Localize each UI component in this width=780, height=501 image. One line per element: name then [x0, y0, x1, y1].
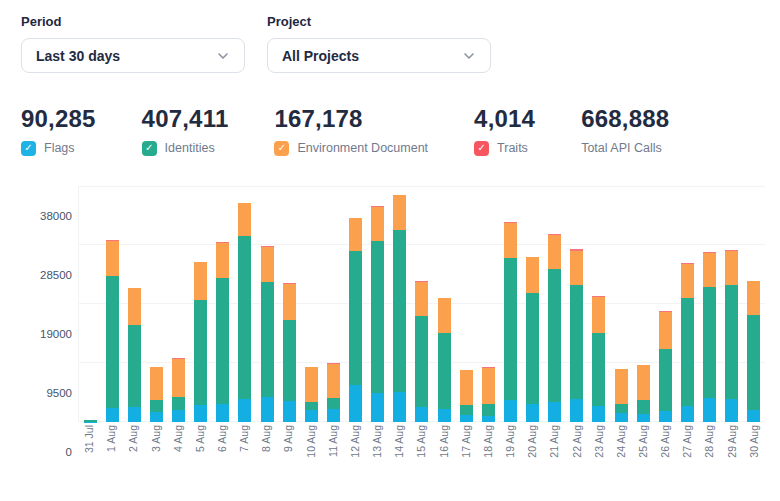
- segment-flags: [592, 406, 605, 422]
- stacked-bar-7-aug[interactable]: [238, 203, 251, 423]
- bars-layer: [79, 186, 765, 422]
- period-dropdown[interactable]: Last 30 days: [21, 38, 245, 73]
- checkbox-checked-icon[interactable]: ✓: [142, 141, 157, 156]
- x-tick-label: 9 Aug: [282, 425, 294, 479]
- stacked-bar-25-aug[interactable]: [637, 365, 650, 422]
- stacked-bar-21-aug[interactable]: [548, 234, 561, 422]
- x-tick: 12 Aug: [344, 422, 366, 480]
- segment-environment-document: [261, 247, 274, 282]
- bar-slot: [455, 186, 477, 422]
- segment-identities: [482, 404, 495, 416]
- stat-label: Total API Calls: [581, 141, 662, 155]
- x-tick: 3 Aug: [144, 422, 166, 480]
- stacked-bar-15-aug[interactable]: [415, 281, 428, 422]
- stacked-bar-27-aug[interactable]: [681, 263, 694, 422]
- segment-identities: [460, 405, 473, 415]
- stacked-bar-13-aug[interactable]: [371, 206, 384, 422]
- stacked-bar-1-aug[interactable]: [106, 240, 119, 422]
- x-tick-label: 25 Aug: [637, 425, 649, 479]
- segment-flags: [194, 405, 207, 422]
- stacked-bar-28-aug[interactable]: [703, 252, 716, 422]
- segment-identities: [216, 278, 229, 404]
- segment-environment-document: [283, 284, 296, 321]
- segment-identities: [238, 236, 251, 399]
- bar-slot: [145, 186, 167, 422]
- segment-identities: [261, 282, 274, 398]
- segment-environment-document: [504, 223, 517, 258]
- bar-slot: [411, 186, 433, 422]
- plot-column: 31 Jul1 Aug2 Aug3 Aug4 Aug5 Aug6 Aug7 Au…: [78, 186, 765, 480]
- segment-identities: [681, 298, 694, 407]
- segment-identities: [747, 315, 760, 410]
- stacked-bar-18-aug[interactable]: [482, 367, 495, 422]
- x-tick: 21 Aug: [543, 422, 565, 480]
- x-tick-label: 13 Aug: [371, 425, 383, 479]
- bar-slot: [654, 186, 676, 422]
- stacked-bar-3-aug[interactable]: [150, 367, 163, 422]
- segment-environment-document: [570, 251, 583, 285]
- stacked-bar-30-aug[interactable]: [747, 281, 760, 422]
- segment-flags: [327, 409, 340, 422]
- stacked-bar-17-aug[interactable]: [460, 370, 473, 422]
- stacked-bar-11-aug[interactable]: [327, 363, 340, 422]
- segment-environment-document: [194, 262, 207, 299]
- segment-environment-document: [725, 251, 738, 286]
- stacked-bar-26-aug[interactable]: [659, 311, 672, 422]
- bar-slot: [610, 186, 632, 422]
- stacked-bar-12-aug[interactable]: [349, 218, 362, 422]
- stat-legend: ✓Traits: [474, 140, 535, 156]
- bar-slot: [345, 186, 367, 422]
- stacked-bar-19-aug[interactable]: [504, 222, 517, 422]
- x-tick-label: 15 Aug: [415, 425, 427, 479]
- bar-slot: [123, 186, 145, 422]
- bar-slot: [322, 186, 344, 422]
- checkbox-checked-icon[interactable]: ✓: [274, 141, 289, 156]
- bar-slot: [632, 186, 654, 422]
- stat-legend: ✓Environment Document: [274, 140, 428, 156]
- x-tick: 29 Aug: [721, 422, 743, 480]
- x-tick-label: 8 Aug: [260, 425, 272, 479]
- project-dropdown[interactable]: All Projects: [267, 38, 491, 73]
- period-label: Period: [21, 14, 245, 29]
- segment-identities: [504, 258, 517, 400]
- stacked-bar-8-aug[interactable]: [261, 246, 274, 422]
- stacked-bar-6-aug[interactable]: [216, 242, 229, 422]
- stat-total-api-calls: 668,888Total API Calls: [581, 105, 669, 156]
- checkbox-checked-icon[interactable]: ✓: [21, 141, 36, 156]
- stacked-bar-29-aug[interactable]: [725, 250, 738, 422]
- bar-slot: [389, 186, 411, 422]
- x-tick: 5 Aug: [189, 422, 211, 480]
- x-tick: 11 Aug: [322, 422, 344, 480]
- stacked-bar-16-aug[interactable]: [438, 298, 451, 422]
- x-tick: 18 Aug: [477, 422, 499, 480]
- stacked-bar-14-aug[interactable]: [393, 195, 406, 422]
- stacked-bar-24-aug[interactable]: [615, 369, 628, 422]
- x-tick-label: 28 Aug: [703, 425, 715, 479]
- x-axis: 31 Jul1 Aug2 Aug3 Aug4 Aug5 Aug6 Aug7 Au…: [78, 422, 765, 480]
- x-tick: 13 Aug: [366, 422, 388, 480]
- stacked-bar-5-aug[interactable]: [194, 262, 207, 422]
- x-tick-label: 11 Aug: [327, 425, 339, 479]
- checkbox-checked-icon[interactable]: ✓: [474, 141, 489, 156]
- x-tick-label: 24 Aug: [615, 425, 627, 479]
- stacked-bar-22-aug[interactable]: [570, 249, 583, 422]
- segment-identities: [415, 316, 428, 407]
- stacked-bar-9-aug[interactable]: [283, 283, 296, 422]
- bar-slot: [278, 186, 300, 422]
- stacked-bar-4-aug[interactable]: [172, 358, 185, 422]
- x-tick-label: 17 Aug: [460, 425, 472, 479]
- stacked-bar-23-aug[interactable]: [592, 296, 605, 422]
- segment-environment-document: [393, 195, 406, 230]
- segment-identities: [393, 230, 406, 392]
- dashboard: Period Last 30 days Project All Projects…: [0, 0, 780, 480]
- stacked-bar-10-aug[interactable]: [305, 367, 318, 422]
- stat-value: 90,285: [21, 105, 96, 133]
- segment-identities: [659, 349, 672, 411]
- segment-environment-document: [681, 264, 694, 298]
- x-tick-label: 14 Aug: [393, 425, 405, 479]
- stacked-bar-20-aug[interactable]: [526, 257, 539, 422]
- x-tick: 25 Aug: [632, 422, 654, 480]
- stat-legend: Total API Calls: [581, 140, 669, 156]
- stacked-bar-2-aug[interactable]: [128, 288, 141, 422]
- x-tick: 16 Aug: [433, 422, 455, 480]
